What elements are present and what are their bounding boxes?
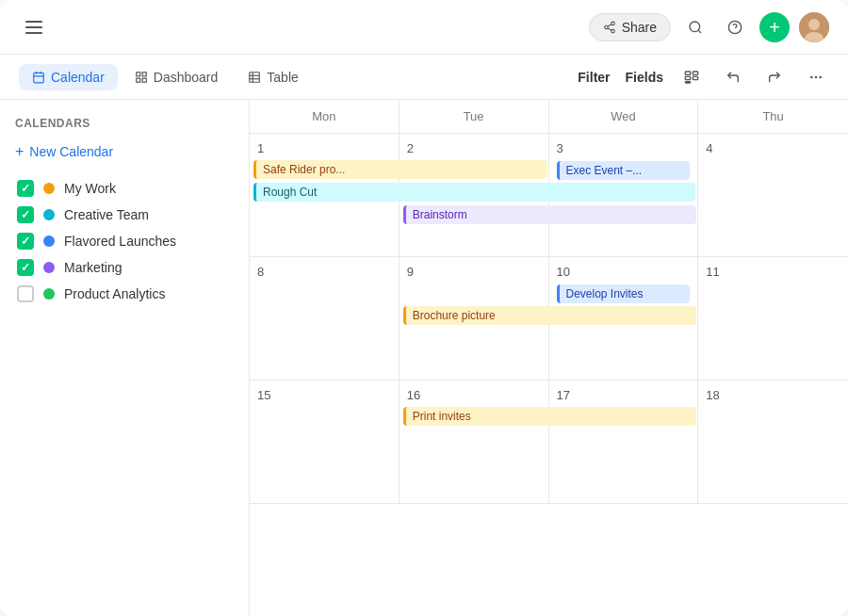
tab-calendar[interactable]: Calendar (19, 64, 118, 90)
new-calendar-button[interactable]: + New Calendar (15, 141, 113, 162)
day-num-3: 3 (557, 141, 691, 155)
svg-point-31 (820, 76, 821, 77)
svg-point-30 (815, 76, 816, 77)
sidebar-item-marketing[interactable]: Marketing (15, 254, 234, 281)
my-work-checkbox[interactable] (17, 180, 34, 197)
my-work-dot (43, 183, 55, 194)
flavored-launches-checkbox[interactable] (17, 233, 34, 250)
redo-icon (767, 70, 782, 85)
sidebar-item-my-work[interactable]: My Work (15, 175, 234, 202)
day-cell-17[interactable]: 17 (549, 381, 699, 503)
svg-point-2 (611, 29, 614, 33)
add-button[interactable]: + (759, 12, 790, 42)
day-cell-1[interactable]: 1 Safe Rider pro... Rough Cut (250, 134, 400, 256)
fields-label[interactable]: Fields (626, 70, 663, 85)
product-analytics-checkbox[interactable] (17, 285, 34, 302)
event-exec-event[interactable]: Exec Event –... (557, 161, 691, 180)
svg-rect-18 (142, 78, 146, 82)
marketing-checkbox[interactable] (17, 259, 34, 276)
group-icon (684, 70, 699, 85)
creative-team-label: Creative Team (64, 207, 149, 222)
day-cell-16[interactable]: 16 Print invites (400, 381, 549, 503)
week-row-2: 8 9 Brochure picture 10 Develop Invites … (250, 257, 848, 381)
calendar-area: Mon Tue Wed Thu 1 Safe Rider pro... Roug… (250, 100, 848, 616)
group-by-button[interactable] (678, 64, 705, 90)
svg-point-29 (811, 76, 812, 77)
event-print-invites[interactable]: Print invites (403, 407, 697, 426)
more-icon (808, 70, 824, 85)
svg-rect-17 (142, 72, 146, 75)
redo-button[interactable] (761, 64, 788, 90)
week-row-1: 1 Safe Rider pro... Rough Cut 2 Brainsto… (250, 134, 848, 257)
avatar[interactable] (799, 12, 829, 42)
event-brochure[interactable]: Brochure picture (403, 306, 697, 325)
svg-rect-26 (685, 76, 690, 79)
event-develop-invites[interactable]: Develop Invites (557, 284, 691, 303)
day-cell-4[interactable]: 4 (698, 134, 848, 256)
day-num-15: 15 (257, 388, 391, 402)
day-num-1: 1 (257, 141, 391, 155)
help-button[interactable] (720, 12, 750, 42)
day-header-mon: Mon (250, 100, 400, 133)
day-num-9: 9 (407, 265, 541, 279)
svg-rect-28 (685, 81, 690, 82)
day-cell-11[interactable]: 11 (698, 257, 848, 380)
share-button[interactable]: Share (589, 13, 671, 41)
sidebar-item-product-analytics[interactable]: Product Analytics (15, 281, 234, 307)
tab-table[interactable]: Table (235, 64, 311, 90)
undo-icon (726, 70, 741, 85)
svg-rect-27 (693, 76, 697, 79)
svg-rect-25 (693, 72, 697, 74)
event-brainstorm[interactable]: Brainstorm (403, 205, 697, 224)
day-cell-9[interactable]: 9 Brochure picture (400, 257, 549, 380)
day-num-18: 18 (706, 388, 840, 402)
svg-point-5 (690, 22, 700, 32)
flavored-launches-dot (43, 235, 55, 247)
svg-point-10 (808, 19, 820, 30)
plus-icon: + (15, 143, 24, 160)
svg-rect-19 (137, 78, 140, 82)
svg-rect-12 (34, 73, 44, 83)
calendar-scroll[interactable]: 1 Safe Rider pro... Rough Cut 2 Brainsto… (250, 134, 848, 616)
svg-rect-16 (137, 72, 140, 75)
new-calendar-label: New Calendar (29, 144, 113, 159)
day-num-10: 10 (557, 265, 691, 279)
sidebar: Calendars + New Calendar My Work Creativ… (0, 100, 250, 616)
hamburger-icon (25, 21, 42, 34)
sidebar-title: Calendars (15, 117, 234, 130)
tab-table-label: Table (267, 70, 298, 85)
marketing-label: Marketing (64, 260, 122, 275)
day-num-16: 16 (407, 388, 541, 402)
product-analytics-label: Product Analytics (64, 286, 165, 301)
day-num-17: 17 (557, 388, 691, 402)
search-button[interactable] (680, 12, 710, 42)
day-headers: Mon Tue Wed Thu (250, 100, 848, 134)
tab-dashboard-label: Dashboard (154, 70, 219, 85)
filter-label[interactable]: Filter (578, 70, 610, 85)
sidebar-item-creative-team[interactable]: Creative Team (15, 202, 234, 228)
header: Share + (0, 0, 848, 55)
day-cell-8[interactable]: 8 (250, 257, 400, 380)
more-options-button[interactable] (803, 64, 829, 90)
tab-calendar-label: Calendar (51, 70, 105, 85)
flavored-launches-label: Flavored Launches (64, 234, 176, 249)
hamburger-menu[interactable] (19, 12, 49, 42)
add-icon: + (769, 18, 780, 37)
sidebar-item-flavored-launches[interactable]: Flavored Launches (15, 228, 234, 254)
event-safe-rider[interactable]: Safe Rider pro... (253, 160, 547, 179)
product-analytics-dot (43, 288, 55, 300)
svg-point-0 (611, 22, 614, 25)
day-cell-18[interactable]: 18 (698, 381, 848, 503)
tab-dashboard[interactable]: Dashboard (122, 64, 232, 90)
main: Calendars + New Calendar My Work Creativ… (0, 100, 848, 616)
creative-team-dot (43, 209, 55, 220)
day-cell-15[interactable]: 15 (250, 381, 400, 503)
undo-button[interactable] (720, 64, 746, 90)
dashboard-icon (135, 71, 148, 84)
my-work-label: My Work (64, 181, 116, 196)
svg-rect-24 (685, 72, 690, 74)
tab-actions: Filter Fields (578, 64, 829, 90)
event-rough-cut[interactable]: Rough Cut (253, 183, 695, 202)
creative-team-checkbox[interactable] (17, 206, 34, 223)
svg-rect-20 (250, 72, 260, 82)
